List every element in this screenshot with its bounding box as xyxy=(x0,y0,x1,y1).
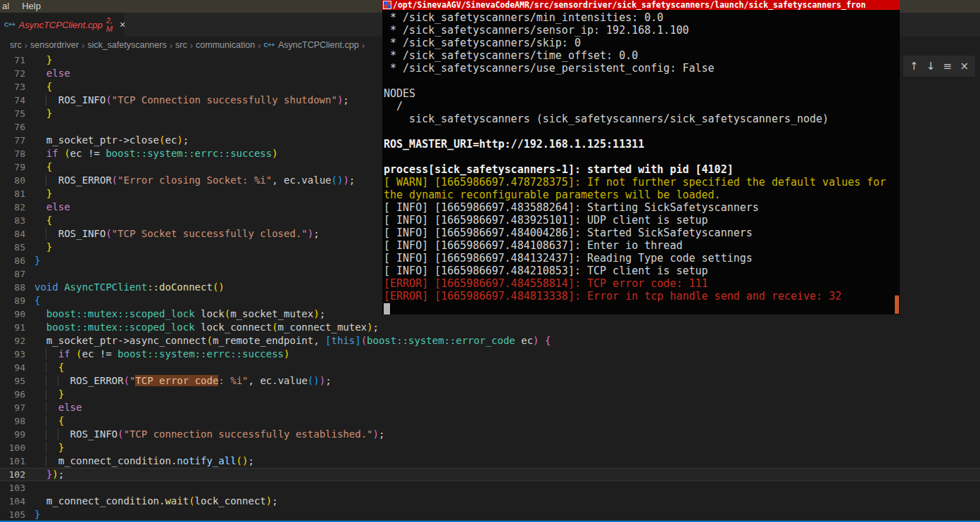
code-line[interactable]: 99 ROS_INFO("TCP connection successfully… xyxy=(0,428,980,441)
breadcrumb-separator: › xyxy=(170,40,172,51)
close-icon[interactable]: × xyxy=(960,56,969,77)
terminal-title-text: /opt/SinevaAGV/SinevaCodeAMR/src/sensord… xyxy=(393,0,866,10)
code-line[interactable]: 96 } xyxy=(0,388,980,401)
terminal-line: ROS_MASTER_URI=http://192.168.1.125:1131… xyxy=(384,138,900,151)
line-number: 102 xyxy=(0,469,25,480)
terminal-line: * /sick_safetyscanners/time_offset: 0.0 xyxy=(384,49,900,62)
line-number: 90 xyxy=(0,307,25,321)
terminal-line: sick_safetyscanners (sick_safetyscanners… xyxy=(384,113,900,125)
line-number: 74 xyxy=(0,94,25,107)
line-number: 101 xyxy=(0,454,25,468)
terminal-line: * /sick_safetyscanners/sensor_ip: 192.16… xyxy=(384,24,900,37)
line-number: 85 xyxy=(0,241,25,254)
terminal-line xyxy=(384,303,900,315)
line-number: 104 xyxy=(0,495,25,508)
line-number: 87 xyxy=(0,267,25,281)
terminal-line xyxy=(384,151,900,163)
terminal-line: [ INFO] [1665986697.484210853]: TCP clie… xyxy=(384,265,900,277)
breadcrumb-separator: › xyxy=(190,40,193,51)
code-line[interactable]: 98 { xyxy=(0,414,980,428)
breadcrumb-item[interactable]: src xyxy=(175,40,187,50)
code-line[interactable]: 97 else xyxy=(0,401,980,414)
cpp-file-icon: C++ xyxy=(263,42,275,49)
arrow-up-icon[interactable]: ↑ xyxy=(910,56,919,77)
terminal-cursor xyxy=(384,303,390,314)
code-line[interactable]: 95 ROS_ERROR("TCP error code: %i", ec.va… xyxy=(0,374,980,388)
terminal-line: NODES xyxy=(384,87,900,100)
tab-problems-modified-badge: 2, M xyxy=(106,16,113,33)
line-number: 73 xyxy=(0,80,25,94)
tab-close-icon[interactable]: × xyxy=(120,19,125,30)
line-number: 81 xyxy=(0,187,25,200)
vscode-window: alHelp C++ AsyncTCPClient.cpp 2, M × src… xyxy=(0,0,980,522)
line-number: 80 xyxy=(0,174,25,187)
line-number: 82 xyxy=(0,200,25,214)
terminal-line: process[sick_safetyscanners-1]: started … xyxy=(384,163,900,176)
terminal-line: [ERROR] [1665986697.484813338]: Error in… xyxy=(384,290,900,303)
breadcrumb-item[interactable]: src xyxy=(10,40,22,50)
line-number: 92 xyxy=(0,334,25,348)
terminal-scrollbar-thumb[interactable] xyxy=(895,295,899,314)
menu-item-al[interactable]: al xyxy=(2,0,9,13)
line-number: 71 xyxy=(0,53,25,67)
line-number: 83 xyxy=(0,214,25,227)
line-number: 89 xyxy=(0,294,25,307)
editor-float-toolbar: ↑↓≡× xyxy=(903,56,975,77)
line-number: 97 xyxy=(0,401,25,414)
breadcrumb-item[interactable]: communication xyxy=(196,40,255,50)
filter-icon[interactable]: ≡ xyxy=(943,56,953,77)
line-number: 76 xyxy=(0,120,25,134)
breadcrumb-separator: › xyxy=(362,40,365,51)
terminal-title-bar[interactable]: /opt/SinevaAGV/SinevaCodeAMR/src/sensord… xyxy=(382,0,900,10)
terminal-line: [ INFO] [1665986697.484108637]: Enter io… xyxy=(384,239,900,252)
code-line[interactable]: 103 xyxy=(0,481,980,495)
terminal-line: [ INFO] [1665986697.484132437]: Reading … xyxy=(384,252,900,265)
line-number: 98 xyxy=(0,414,25,428)
line-number: 79 xyxy=(0,160,25,174)
line-number: 103 xyxy=(0,481,25,495)
breadcrumb-separator: › xyxy=(25,40,27,51)
tab-asynctcpclient[interactable]: C++ AsyncTCPClient.cpp 2, M × xyxy=(0,13,124,37)
code-line[interactable]: 104 m_connect_condition.wait(lock_connec… xyxy=(0,495,980,508)
terminal-line: [ INFO] [1665986697.483588264]: Starting… xyxy=(384,201,900,214)
code-line[interactable]: 94 { xyxy=(0,361,980,374)
code-line[interactable]: 100 } xyxy=(0,441,980,454)
terminal-line: * /sick_safetyscanners/min_intensities: … xyxy=(384,11,900,24)
terminal-line: * /sick_safetyscanners/use_persistent_co… xyxy=(384,62,900,75)
line-number: 99 xyxy=(0,428,25,441)
code-line[interactable]: 101 m_connect_condition.notify_all(); xyxy=(0,454,980,468)
tab-title: AsyncTCPClient.cpp xyxy=(19,20,103,30)
line-number: 78 xyxy=(0,147,25,160)
line-number: 95 xyxy=(0,374,25,388)
terminal-window-icon xyxy=(384,1,391,8)
code-line[interactable]: 93 if (ec != boost::system::errc::succes… xyxy=(0,348,980,361)
line-number: 75 xyxy=(0,107,25,120)
line-number: 77 xyxy=(0,134,25,147)
code-line[interactable]: 102 }); xyxy=(0,468,980,481)
line-number: 96 xyxy=(0,388,25,401)
breadcrumb-separator: › xyxy=(258,40,260,51)
cpp-file-icon: C++ xyxy=(4,21,15,28)
line-number: 91 xyxy=(0,321,25,334)
terminal-line: * /sick_safetyscanners/skip: 0 xyxy=(384,37,900,49)
terminal-line: [ INFO] [1665986697.484004286]: Started … xyxy=(384,227,900,239)
terminal-line: / xyxy=(384,100,900,113)
terminal-output: * /sick_safetyscanners/min_intensities: … xyxy=(382,10,900,315)
arrow-down-icon[interactable]: ↓ xyxy=(926,56,936,77)
line-number: 94 xyxy=(0,361,25,374)
breadcrumb-item[interactable]: sick_safetyscanners xyxy=(87,40,167,50)
terminal-line: the dynamic reconfigurable parameters wi… xyxy=(384,189,900,201)
menu-item-help[interactable]: Help xyxy=(22,0,41,13)
breadcrumb-item[interactable]: AsyncTCPClient.cpp xyxy=(278,40,359,50)
code-line[interactable]: 91 boost::mutex::scoped_lock lock_connec… xyxy=(0,321,980,334)
terminal-window[interactable]: /opt/SinevaAGV/SinevaCodeAMR/src/sensord… xyxy=(382,0,900,314)
terminal-line: [ERROR] [1665986697.484558814]: TCP erro… xyxy=(384,277,900,290)
line-number: 100 xyxy=(0,441,25,454)
line-number: 105 xyxy=(0,508,25,521)
line-number: 86 xyxy=(0,254,25,267)
breadcrumb-item[interactable]: sensordriver xyxy=(30,40,79,50)
line-number: 88 xyxy=(0,281,25,294)
code-line[interactable]: 105} xyxy=(0,508,980,521)
terminal-line xyxy=(384,125,900,138)
code-line[interactable]: 92 m_socket_ptr->async_connect(m_remote_… xyxy=(0,334,980,348)
